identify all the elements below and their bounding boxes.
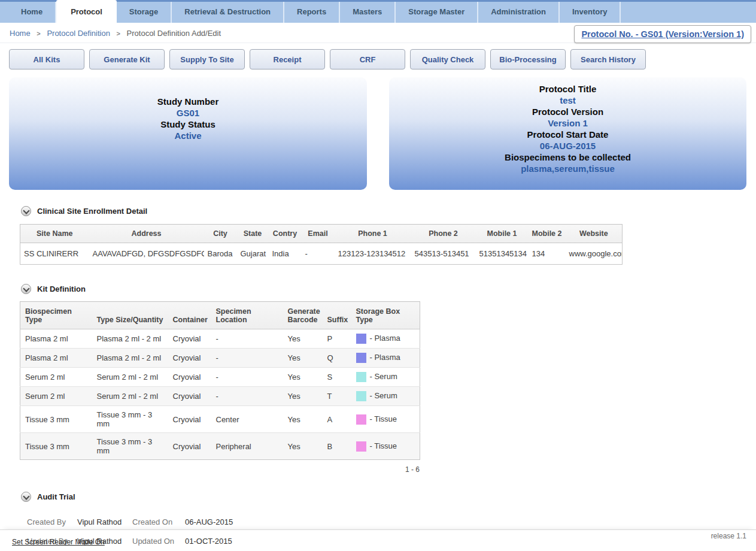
protocol-field-label: Protocol Start Date	[389, 129, 746, 140]
kit-cell-container: Cryovial	[168, 368, 211, 387]
kit-cell-biospecimen-type: Tissue 3 mm	[20, 433, 92, 460]
kit-cell-generate-barcode: Yes	[283, 387, 323, 406]
nav-tab-label: Retrieval & Destruction	[184, 7, 271, 16]
action-button[interactable]: Receipt	[250, 49, 325, 69]
breadcrumb-item[interactable]: Protocol Definition Add/Edit	[127, 29, 221, 38]
release-version: release 1.1	[711, 532, 746, 540]
kit-cell-type-size-quantity: Tissue 3 mm - 3 mm	[92, 406, 168, 433]
site-table-header: Contry	[269, 225, 302, 243]
kit-cell-biospecimen-type: Plasma 2 ml	[20, 349, 92, 368]
kit-table-row: Tissue 3 mm Tissue 3 mm - 3 mm Cryovial …	[20, 406, 420, 433]
nav-tab[interactable]: Storage	[117, 2, 172, 23]
kit-cell-biospecimen-type: Serum 2 ml	[20, 387, 92, 406]
action-button[interactable]: All Kits	[9, 49, 84, 69]
audit-row: Created By Vipul Rathod Created On 06-AU…	[27, 517, 756, 526]
summary-panels: Study Number GS01 Study Status Active Pr…	[9, 77, 746, 190]
site-table-header: Mobile 1	[476, 225, 529, 243]
kit-cell-container: Cryovial	[168, 387, 211, 406]
site-table-header: Phone 1	[335, 225, 411, 243]
nav-tab-label: Home	[21, 7, 42, 16]
storage-box-label: - Serum	[370, 372, 397, 381]
site-table-header: Phone 2	[411, 225, 476, 243]
storage-box-color-swatch	[356, 414, 366, 425]
protocol-number-box: Protocol No. - GS01 (Version:Version 1)	[574, 25, 751, 43]
kit-cell-type-size-quantity: Serum 2 ml - 2 ml	[92, 368, 168, 387]
kit-cell-specimen-location: -	[211, 329, 283, 349]
kit-cell-storage-box-type: - Plasma	[351, 349, 420, 368]
nav-tab[interactable]: Inventory	[560, 2, 621, 23]
collapse-chevron-down-icon[interactable]	[21, 284, 31, 294]
kit-cell-container: Cryovial	[168, 349, 211, 368]
kit-cell-generate-barcode: Yes	[283, 349, 323, 368]
audit-section-header: Audit Trial	[21, 492, 756, 502]
kit-table-header: Type Size/Quantity	[92, 302, 168, 329]
nav-tab[interactable]: Administration	[478, 2, 560, 23]
action-button[interactable]: Bio-Processing	[490, 49, 566, 69]
nav-tab-label: Storage Master	[408, 7, 464, 16]
storage-box-label: - Plasma	[370, 334, 400, 343]
nav-tab[interactable]: Protocol	[56, 0, 117, 23]
kit-cell-specimen-location: Peripheral	[211, 433, 283, 460]
study-summary-panel: Study Number GS01 Study Status Active	[9, 77, 367, 190]
action-button[interactable]: Generate Kit	[89, 49, 165, 69]
action-button[interactable]: Search History	[570, 49, 646, 69]
breadcrumb-item[interactable]: Home	[10, 29, 31, 38]
kit-cell-storage-box-type: - Tissue	[351, 406, 420, 433]
protocol-field-value: 06-AUG-2015	[389, 140, 746, 152]
site-section-header: Clinical Site Enrollment Detail	[21, 206, 756, 216]
action-button[interactable]: Quality Check	[410, 49, 485, 69]
nav-tab[interactable]: Storage Master	[396, 2, 478, 23]
study-field-label: Study Number	[9, 96, 367, 107]
site-table-cell: -	[302, 243, 335, 265]
kit-cell-storage-box-type: - Serum	[351, 368, 420, 387]
study-field-value: GS01	[9, 107, 367, 119]
kit-cell-specimen-location: -	[211, 387, 283, 406]
kit-section-title: Kit Definition	[37, 284, 86, 293]
site-table-header-row: Site Name Address City State Contry Emai…	[20, 225, 623, 243]
protocol-summary-panel: Protocol Title test Protocol Version Ver…	[389, 77, 746, 190]
site-table-header: Mobile 2	[529, 225, 566, 243]
action-button[interactable]: CRF	[330, 49, 405, 69]
site-table-cell: AAVAVADFGD, DFGSDFGSDFGS	[89, 243, 204, 265]
kit-table-row: Serum 2 ml Serum 2 ml - 2 ml Cryovial - …	[20, 387, 420, 406]
kit-table-row: Plasma 2 ml Plasma 2 ml - 2 ml Cryovial …	[20, 329, 420, 349]
kit-cell-suffix: A	[323, 406, 351, 433]
nav-tab[interactable]: Reports	[284, 2, 340, 23]
kit-cell-container: Cryovial	[168, 406, 211, 433]
site-table-row: SS CLINIRERR AAVAVADFGD, DFGSDFGSDFGS Ba…	[20, 243, 623, 265]
action-button-row: All Kits Generate Kit Supply To Site Rec…	[0, 43, 756, 69]
audit-label: Created On	[132, 517, 185, 526]
kit-cell-suffix: B	[323, 433, 351, 460]
breadcrumb-separator: >	[117, 30, 120, 37]
storage-box-color-swatch	[356, 334, 366, 344]
study-field-label: Study Status	[9, 119, 367, 130]
nav-tab[interactable]: Home	[8, 2, 56, 23]
protocol-number-link[interactable]: Protocol No. - GS01 (Version:Version 1)	[581, 29, 744, 39]
kit-cell-container: Cryovial	[168, 329, 211, 349]
site-table: Site Name Address City State Contry Emai…	[20, 224, 623, 265]
site-table-header: State	[237, 225, 269, 243]
audit-section-title: Audit Trial	[37, 492, 75, 501]
kit-table-header: Container	[168, 302, 211, 329]
kit-cell-storage-box-type: - Serum	[351, 387, 420, 406]
kit-cell-suffix: Q	[323, 349, 351, 368]
screen-reader-mode-link[interactable]: Set Screen Reader Mode On	[12, 538, 105, 546]
kit-cell-suffix: S	[323, 368, 351, 387]
kit-table-header: Storage Box Type	[351, 302, 420, 329]
top-nav: Home Protocol Storage Retrieval & Destru…	[0, 0, 756, 23]
kit-cell-storage-box-type: - Tissue	[351, 433, 420, 460]
collapse-chevron-down-icon[interactable]	[21, 206, 31, 216]
collapse-chevron-down-icon[interactable]	[21, 492, 31, 502]
kit-cell-type-size-quantity: Serum 2 ml - 2 ml	[92, 387, 168, 406]
site-section-title: Clinical Site Enrollment Detail	[37, 207, 147, 216]
nav-tab[interactable]: Retrieval & Destruction	[172, 2, 284, 23]
protocol-field-label: Protocol Title	[389, 83, 746, 95]
protocol-field-value: plasma,sereum,tissue	[389, 163, 746, 174]
kit-cell-suffix: P	[323, 329, 351, 349]
kit-cell-type-size-quantity: Plasma 2 ml - 2 ml	[92, 329, 168, 349]
kit-cell-biospecimen-type: Plasma 2 ml	[20, 329, 92, 349]
action-button[interactable]: Supply To Site	[169, 49, 245, 69]
breadcrumb-item[interactable]: Protocol Definition	[47, 29, 110, 38]
nav-tab[interactable]: Masters	[340, 2, 396, 23]
kit-table-row: Plasma 2 ml Plasma 2 ml - 2 ml Cryovial …	[20, 349, 420, 368]
